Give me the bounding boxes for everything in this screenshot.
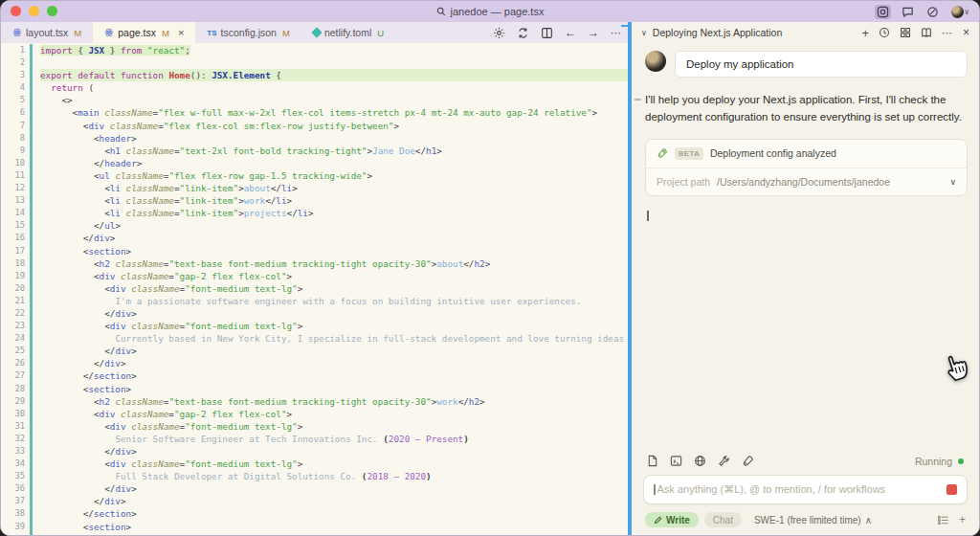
mode-chat-toggle[interactable]: Chat	[704, 512, 742, 527]
line-number: 35	[1, 470, 30, 482]
status-running: Running	[915, 456, 964, 467]
close-panel-icon[interactable]: ×	[963, 26, 969, 39]
diff-added-gutter	[30, 257, 33, 270]
gear-icon[interactable]	[493, 27, 505, 39]
tab-page-tsx[interactable]: page.tsx M ×	[93, 22, 195, 43]
line-number: 29	[1, 395, 30, 408]
diff-added-gutter	[30, 408, 33, 420]
new-conversation-icon[interactable]: +	[861, 26, 869, 40]
tab-netlify-toml[interactable]: netlify.toml U	[301, 22, 395, 43]
diff-added-gutter	[30, 207, 33, 219]
tab-bar: layout.tsx M page.tsx M × TS tsconfig.js…	[1, 22, 628, 43]
diff-added-gutter	[30, 533, 33, 535]
code-line: 16 </div>	[1, 232, 628, 244]
diff-added-gutter	[30, 445, 33, 458]
code-line: 14 <li className="link-item">projects</l…	[1, 207, 628, 219]
diff-added-gutter	[30, 395, 33, 408]
pencil-icon	[654, 516, 662, 525]
code-line: 26 </div>	[1, 357, 628, 369]
split-editor-icon[interactable]	[541, 27, 553, 39]
diff-added-gutter	[30, 94, 33, 106]
chevron-down-icon[interactable]: ∨	[949, 177, 956, 187]
line-number: 30	[1, 408, 30, 420]
diff-added-gutter	[30, 169, 33, 182]
forward-icon[interactable]: →	[588, 26, 599, 39]
code-line: 34 <div className="font-medium text-lg">	[1, 458, 628, 470]
back-icon[interactable]: ←	[565, 26, 576, 39]
close-tab-icon[interactable]: ×	[178, 27, 184, 38]
hand-cursor	[940, 348, 972, 385]
line-number: 13	[1, 194, 30, 207]
line-number: 15	[1, 219, 30, 232]
modified-badge: M	[74, 28, 81, 38]
titlebar: janedoe — page.tsx ∨	[1, 1, 979, 22]
code-line: 12 <li className="link-item">about</li>	[1, 182, 628, 194]
code-line: 29 <h2 className="text-base font-medium …	[1, 395, 628, 408]
line-number: 31	[1, 420, 30, 433]
line-number: 12	[1, 182, 30, 194]
more-actions-icon[interactable]: ⋯	[611, 27, 622, 39]
globe-icon[interactable]	[694, 455, 706, 467]
deployment-config-card: BETA Deployment config analyzed Project …	[645, 139, 968, 196]
add-icon[interactable]: +	[959, 513, 966, 526]
code-line: 3export default function Home(): JSX.Ele…	[1, 69, 628, 81]
layout-panel-icon[interactable]	[875, 5, 891, 19]
netlify-icon	[311, 27, 322, 37]
code-line: 18 <h2 className="text-base font-medium …	[1, 257, 628, 270]
line-number: 8	[1, 132, 30, 145]
code-editor[interactable]: 1import { JSX } from "react";23export de…	[1, 43, 628, 535]
diff-added-gutter	[30, 345, 33, 357]
wrench-icon[interactable]	[718, 455, 730, 467]
book-icon[interactable]	[921, 27, 932, 38]
line-number: 33	[1, 445, 30, 458]
document-icon[interactable]	[647, 455, 658, 467]
line-number: 20	[1, 282, 30, 295]
tab-layout-tsx[interactable]: layout.tsx M	[1, 22, 93, 43]
line-number: 22	[1, 307, 30, 320]
diff-added-gutter	[30, 69, 33, 81]
chat-bubble-icon[interactable]	[900, 5, 916, 19]
user-message-row: Deploy my application	[645, 51, 968, 78]
project-path-select[interactable]: Project path /Users/andyzhang/Documents/…	[646, 168, 967, 195]
line-number: 1	[1, 44, 30, 56]
account-avatar[interactable]: ∨	[949, 5, 971, 19]
diff-added-gutter	[30, 282, 33, 295]
mode-row: Write Chat SWE-1 (free limited time) ∧ +	[643, 504, 968, 527]
sync-changes-icon[interactable]	[517, 27, 529, 39]
diff-added-gutter	[30, 182, 33, 194]
diff-added-gutter	[30, 458, 33, 470]
more-options-icon[interactable]: ⋯	[942, 27, 953, 39]
history-icon[interactable]	[879, 27, 890, 38]
terminal-icon[interactable]	[670, 455, 682, 467]
model-selector[interactable]: SWE-1 (free limited time) ∧	[754, 515, 872, 525]
settings-list-icon[interactable]	[937, 515, 949, 525]
app-window: janedoe — page.tsx ∨ layo	[0, 0, 980, 536]
stop-button[interactable]	[947, 484, 957, 495]
avatar	[951, 6, 964, 18]
code-line: 24 Currently based in New York City, I s…	[1, 332, 628, 345]
diff-added-gutter	[30, 56, 33, 69]
code-line: 22 </div>	[1, 307, 628, 320]
mode-write-toggle[interactable]: Write	[645, 512, 699, 527]
diff-added-gutter	[30, 507, 33, 520]
tab-label: layout.tsx	[26, 27, 68, 38]
code-line: 25 </div>	[1, 345, 628, 357]
assistant-message: I'll help you deploy your Next.js applic…	[645, 92, 966, 126]
modified-badge: M	[162, 28, 169, 38]
diff-added-gutter	[30, 521, 33, 533]
code-line: 6 <main className="flex w-full max-w-2xl…	[1, 106, 628, 119]
chevron-down-icon[interactable]: ∨	[641, 29, 647, 37]
line-number: 14	[1, 207, 30, 219]
deploy-rocket-icon[interactable]	[742, 455, 754, 467]
chat-input[interactable]: Ask anything (⌘L), @ to mention, / for w…	[643, 475, 968, 504]
line-number: 23	[1, 320, 30, 332]
apps-grid-icon[interactable]	[900, 27, 911, 38]
tab-tsconfig-json[interactable]: TS tsconfig.json M	[195, 22, 301, 43]
do-not-disturb-icon[interactable]	[924, 5, 941, 19]
code-line: 7 <div className="flex flex-col sm:flex-…	[1, 120, 628, 132]
typescript-icon: TS	[207, 29, 216, 37]
cascade-panel: ∨ Deploying Next.js Application + ⋯ × De…	[632, 22, 979, 535]
tab-label: netlify.toml	[324, 27, 371, 38]
diff-added-gutter	[30, 194, 33, 207]
tab-label: tsconfig.json	[221, 27, 277, 38]
